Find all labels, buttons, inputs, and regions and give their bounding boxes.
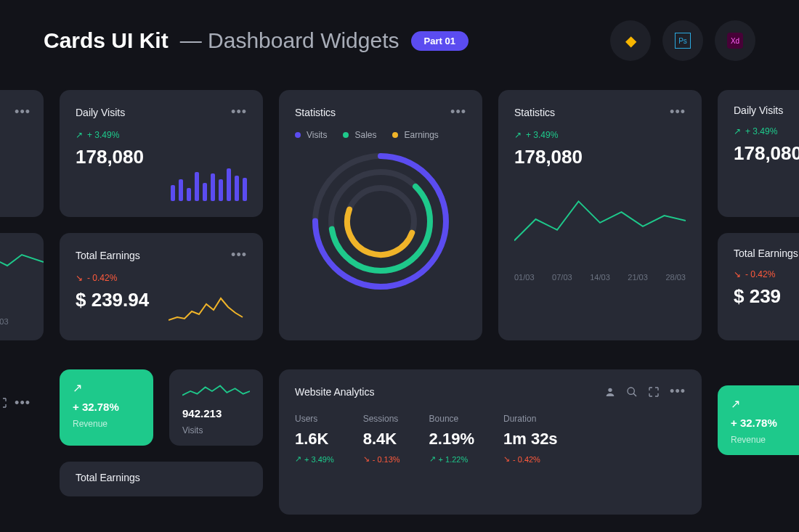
stat-label: Bounce bbox=[429, 414, 474, 424]
partial-card-left-top: ••• bbox=[0, 90, 44, 217]
more-icon[interactable]: ••• bbox=[670, 384, 686, 399]
arrow-up-icon: ↗ bbox=[73, 381, 140, 395]
svg-point-6 bbox=[608, 388, 612, 391]
card-title: Website Analytics bbox=[295, 386, 374, 398]
title-bold: Cards UI Kit bbox=[44, 28, 169, 53]
svg-point-5 bbox=[338, 179, 423, 264]
axis-date: 28/03 bbox=[0, 317, 31, 326]
ring-chart bbox=[308, 149, 453, 294]
card-title: Total Earnings bbox=[76, 250, 140, 261]
card-title: Total Earnings bbox=[734, 247, 799, 259]
trend-indicator: ↗ + 3.49% bbox=[514, 130, 686, 140]
title-subtitle: — Dashboard Widgets bbox=[180, 28, 400, 53]
mini-label: Revenue bbox=[731, 435, 799, 445]
sparkline bbox=[169, 291, 248, 327]
partial-revenue-mini-right[interactable]: ↗ + 32.78% Revenue bbox=[718, 385, 799, 455]
user-icon[interactable] bbox=[604, 386, 616, 398]
svg-point-7 bbox=[628, 388, 634, 394]
stat-value: 8.4K bbox=[363, 430, 400, 449]
card-title: Statistics bbox=[514, 107, 555, 118]
more-icon[interactable]: ••• bbox=[15, 396, 31, 411]
partial-card-left-mid: 28/03 bbox=[0, 233, 44, 340]
area-spark bbox=[0, 233, 44, 291]
daily-visits-card: Daily Visits ••• ↗ + 3.49% 178,080 bbox=[60, 90, 263, 217]
arrow-up-icon: ↗ bbox=[76, 130, 83, 140]
website-analytics-card: Website Analytics ••• Users 1.6K ↗+ 3.49… bbox=[279, 369, 702, 515]
partial-daily-visits-right: Daily Visits ↗+ 3.49% 178,080 bbox=[718, 90, 799, 217]
arrow-up-icon: ↗ bbox=[514, 130, 522, 140]
photoshop-icon[interactable]: Ps bbox=[662, 20, 703, 61]
stat-trend: ↘- 0.42% bbox=[503, 454, 558, 464]
arrow-up-icon: ↗ bbox=[295, 454, 301, 464]
title-group: Cards UI Kit — Dashboard Widgets Part 01 bbox=[44, 28, 469, 53]
more-icon[interactable]: ••• bbox=[0, 105, 31, 120]
mini-label: Visits bbox=[182, 425, 250, 435]
arrow-up-icon: ↗ bbox=[734, 126, 741, 136]
bar-chart bbox=[171, 165, 247, 201]
card-title: Daily Visits bbox=[734, 105, 799, 116]
more-icon[interactable]: ••• bbox=[231, 247, 247, 263]
stat-label: Duration bbox=[503, 414, 558, 424]
mini-trend: + 32.78% bbox=[731, 417, 799, 429]
stat-label: Users bbox=[295, 414, 334, 424]
total-earnings-card-bottom: Total Earnings bbox=[60, 462, 263, 496]
arrow-up-icon: ↗ bbox=[429, 454, 436, 464]
search-icon[interactable] bbox=[626, 386, 638, 398]
stat-trend: ↘- 0.13% bbox=[363, 454, 400, 464]
partial-total-earnings-right: Total Earnings ↘- 0.42% $ 239 bbox=[718, 233, 799, 340]
card-title: Daily Visits bbox=[76, 107, 125, 118]
part-badge: Part 01 bbox=[411, 31, 469, 51]
mini-label: Revenue bbox=[73, 419, 140, 429]
more-icon[interactable]: ••• bbox=[450, 105, 466, 120]
arrow-down-icon: ↘ bbox=[734, 269, 741, 279]
expand-icon[interactable] bbox=[648, 386, 660, 398]
total-earnings-card: Total Earnings ••• ↘ - 0.42% $ 239.94 bbox=[60, 233, 263, 340]
arrow-down-icon: ↘ bbox=[76, 273, 83, 283]
card-title: Statistics bbox=[295, 107, 336, 118]
x-axis-labels: 01/03 07/03 14/03 21/03 28/03 bbox=[514, 273, 686, 282]
arrow-down-icon: ↘ bbox=[503, 454, 510, 464]
page-header: Cards UI Kit — Dashboard Widgets Part 01… bbox=[0, 0, 799, 90]
stat-trend: ↗+ 3.49% bbox=[295, 454, 334, 464]
area-chart bbox=[514, 176, 686, 263]
mini-trend: + 32.78% bbox=[73, 401, 140, 413]
expand-icon[interactable] bbox=[0, 397, 7, 409]
card-title: Total Earnings bbox=[76, 472, 247, 483]
mini-value: 942.213 bbox=[182, 407, 250, 420]
visits-mini-card[interactable]: 942.213 Visits bbox=[169, 369, 263, 446]
statistics-donut-card: Statistics ••• Visits Sales Earnings bbox=[279, 90, 482, 340]
revenue-mini-card[interactable]: ↗ + 32.78% Revenue bbox=[60, 369, 153, 446]
stat-trend: ↗+ 1.22% bbox=[429, 454, 474, 464]
trend-indicator: ↘ - 0.42% bbox=[76, 273, 247, 283]
stat-value: 1m 32s bbox=[503, 430, 558, 449]
stat-value: 1.6K bbox=[295, 430, 334, 449]
xd-icon[interactable]: Xd bbox=[715, 20, 755, 61]
widget-grid: ••• 28/03 ••• Daily Visits ••• ↗ + 3.49%… bbox=[0, 90, 799, 515]
trend-indicator: ↗ + 3.49% bbox=[76, 130, 247, 140]
arrow-down-icon: ↘ bbox=[363, 454, 370, 464]
more-icon[interactable]: ••• bbox=[670, 105, 686, 120]
stat-value: 2.19% bbox=[429, 430, 474, 449]
svg-line-8 bbox=[633, 393, 636, 396]
chart-legend: Visits Sales Earnings bbox=[295, 130, 466, 140]
stat-label: Sessions bbox=[363, 414, 400, 424]
partial-toolbar-left: ••• bbox=[0, 385, 44, 420]
app-icons: ◆ Ps Xd bbox=[610, 20, 755, 61]
more-icon[interactable]: ••• bbox=[231, 105, 247, 120]
sketch-icon[interactable]: ◆ bbox=[610, 20, 651, 61]
metric-value: $ 239 bbox=[734, 285, 799, 308]
metric-value: 178,080 bbox=[734, 142, 799, 165]
analytics-stats-row: Users 1.6K ↗+ 3.49% Sessions 8.4K ↘- 0.1… bbox=[295, 414, 686, 464]
mini-sparkline bbox=[182, 381, 250, 401]
arrow-up-icon: ↗ bbox=[731, 397, 799, 411]
metric-value: 178,080 bbox=[514, 146, 686, 168]
statistics-area-card: Statistics ••• ↗ + 3.49% 178,080 01/03 0… bbox=[498, 90, 702, 340]
